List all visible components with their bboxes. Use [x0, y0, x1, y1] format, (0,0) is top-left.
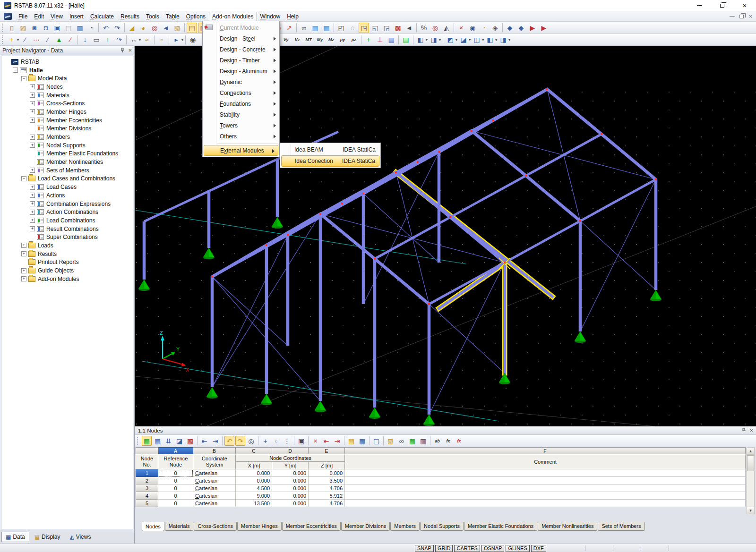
result-Vz-icon[interactable]: Vz	[292, 34, 302, 45]
expand-icon[interactable]: +	[30, 201, 35, 206]
tree-item-result-combinations[interactable]: +Result Combinations	[1, 225, 133, 233]
menu-insert[interactable]: Insert	[66, 12, 87, 21]
generate-load-icon[interactable]: +	[363, 34, 374, 45]
select-all-icon[interactable]: ▣	[296, 436, 306, 446]
view-isometric-icon[interactable]: ◩	[445, 34, 455, 45]
menu-item-connections[interactable]: Connections	[203, 87, 279, 98]
grid-options-icon[interactable]: ▦	[357, 436, 367, 446]
expand-icon[interactable]: +	[21, 243, 26, 248]
units-settings-icon[interactable]: ◔	[479, 23, 489, 33]
result-pz-icon[interactable]: pz	[349, 34, 359, 45]
result-MT-icon[interactable]: MT	[303, 34, 314, 45]
tree-item-load-cases[interactable]: +Load Cases	[1, 183, 133, 191]
rotate-member-icon[interactable]: ↷	[114, 34, 124, 45]
table-tab-members[interactable]: Members	[390, 522, 420, 531]
view-glasses-icon[interactable]: ∞	[396, 436, 406, 446]
cell-y[interactable]: 0.000	[272, 500, 309, 507]
save-icon[interactable]: ▣	[52, 23, 62, 33]
tree-item-model-data[interactable]: −Model Data	[1, 74, 133, 83]
expand-icon[interactable]: +	[30, 226, 35, 231]
tree-item-cross-sections[interactable]: +Cross-Sections	[1, 99, 133, 108]
menu-table[interactable]: Table	[163, 12, 183, 21]
tree-item-member-divisions[interactable]: Member Divisions	[1, 125, 133, 133]
view-in-z-icon[interactable]: ◧	[485, 34, 495, 45]
cell-comment[interactable]	[345, 500, 746, 507]
expand-icon[interactable]: +	[21, 276, 26, 281]
menu-calculate[interactable]: Calculate	[87, 12, 117, 21]
cell-coordinate-system[interactable]: Cartesian	[193, 477, 236, 484]
dropdown-caret-icon[interactable]: ▾	[17, 38, 19, 42]
pin-icon[interactable]	[120, 48, 125, 53]
cell-y[interactable]: 0.000	[272, 469, 309, 477]
table-tab-member-elastic-foundations[interactable]: Member Elastic Foundations	[464, 522, 537, 531]
navigator-tab-views[interactable]: ◭Views	[65, 532, 95, 542]
scroll-down-icon[interactable]: ▼	[747, 507, 754, 514]
new-window-icon[interactable]: ▧	[172, 23, 182, 33]
expand-icon[interactable]: +	[30, 93, 35, 98]
tree-item-halle[interactable]: −Halle	[1, 66, 133, 75]
clipboard-icon[interactable]: ▤	[63, 23, 74, 33]
tree-item-materials[interactable]: +Materials	[1, 91, 133, 100]
cell-coordinate-system[interactable]: Cartesian	[193, 492, 236, 500]
view-perspective-icon[interactable]: ◨	[498, 34, 508, 45]
expand-icon[interactable]: +	[30, 135, 35, 140]
expand-icon[interactable]: +	[30, 101, 35, 106]
formula-off-icon[interactable]: fx	[454, 436, 464, 446]
mdi-minimize-icon[interactable]	[730, 16, 735, 17]
expand-icon[interactable]: +	[30, 218, 35, 223]
menu-item-design-concrete[interactable]: Design - Concrete	[203, 44, 279, 55]
tree-item-combination-expressions[interactable]: +Combination Expressions	[1, 200, 133, 208]
result-My-icon[interactable]: My	[315, 34, 325, 45]
cell-reference-node[interactable]: 0	[158, 484, 193, 492]
expand-icon[interactable]: +	[21, 251, 26, 256]
expand-icon[interactable]: +	[30, 109, 35, 114]
cell-z[interactable]: 3.500	[309, 477, 345, 484]
dropdown-caret-icon[interactable]: ▾	[469, 38, 471, 42]
menu-item-dynamic[interactable]: Dynamic	[203, 76, 279, 87]
tree-item-loads[interactable]: +Loads	[1, 241, 133, 250]
tree-item-add-on-modules[interactable]: +Add-on Modules	[1, 275, 133, 283]
cell-coordinate-system[interactable]: Cartesian	[193, 484, 236, 492]
mdi-close-icon[interactable]: ×	[748, 14, 752, 19]
tree-item-action-combinations[interactable]: +Action Combinations	[1, 208, 133, 216]
undo-icon[interactable]: ↶	[101, 23, 111, 33]
dropdown-caret-icon[interactable]: ▾	[508, 38, 510, 42]
scroll-thumb[interactable]	[747, 455, 754, 471]
save-model-as-icon[interactable]: ◘	[41, 23, 51, 33]
dropdown-caret-icon[interactable]: ▾	[139, 38, 141, 42]
table-close-icon[interactable]: ×	[749, 428, 753, 433]
dimension-icon[interactable]: ↔	[129, 34, 139, 45]
table-tab-nodes[interactable]: Nodes	[142, 522, 164, 531]
cell-reference-node[interactable]: 0	[158, 500, 193, 507]
connect-members-icon[interactable]: ◰	[336, 23, 346, 33]
delete-objects-icon[interactable]: ×	[456, 23, 466, 33]
result-Vy-icon[interactable]: Vy	[281, 34, 291, 45]
control-panel-icon[interactable]: ∞	[299, 23, 309, 33]
menu-item-design-steel[interactable]: Design - Steel	[203, 33, 279, 44]
import-module-1-icon[interactable]: ◆	[505, 23, 515, 33]
cell-comment[interactable]	[345, 492, 746, 500]
table-pin-icon[interactable]	[741, 428, 747, 433]
mirror-members-icon[interactable]: ◲	[381, 23, 392, 33]
result-values-icon[interactable]: ↗	[284, 23, 294, 33]
move-copy-icon[interactable]: ◳	[359, 23, 369, 33]
insert-support-icon[interactable]: ⊥	[375, 34, 385, 45]
expand-icon[interactable]: +	[30, 185, 35, 190]
menu-edit[interactable]: Edit	[31, 12, 47, 21]
new-member-icon[interactable]: ∕	[20, 34, 30, 45]
node-chain-icon[interactable]: ⋯	[31, 34, 42, 45]
menu-item-external-modules[interactable]: External Modules	[204, 145, 278, 156]
menu-results[interactable]: Results	[117, 12, 143, 21]
tree-item-member-hinges[interactable]: +Member Hinges	[1, 108, 133, 116]
cell-z[interactable]: 5.912	[309, 492, 345, 500]
program-options-icon[interactable]: ◈	[490, 23, 500, 33]
edit-pointer-icon[interactable]: ◄	[404, 23, 414, 33]
collapse-icon[interactable]: −	[21, 76, 26, 81]
dropdown-caret-icon[interactable]: ▾	[426, 38, 428, 42]
table-tab-member-divisions[interactable]: Member Divisions	[341, 522, 390, 531]
tree-item-member-elastic-foundations[interactable]: Member Elastic Foundations	[1, 150, 133, 158]
menu-tools[interactable]: Tools	[143, 12, 163, 21]
cell-comment[interactable]	[345, 469, 746, 477]
object-info-icon[interactable]: ◉	[467, 23, 478, 33]
collapse-icon[interactable]: −	[21, 176, 26, 181]
